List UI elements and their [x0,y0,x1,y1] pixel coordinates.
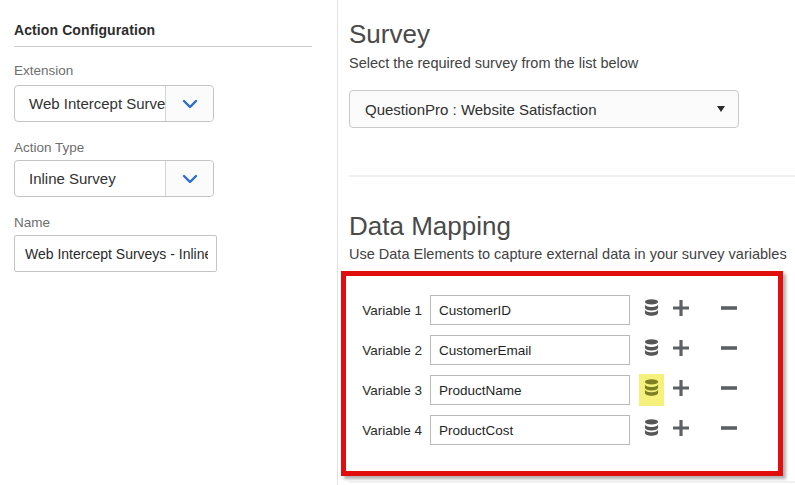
action-type-dropdown-value: Inline Survey [15,161,165,196]
select-caret-icon [717,106,725,112]
plus-icon [672,339,690,361]
database-icon [644,339,659,361]
survey-section-subtitle: Select the required survey from the list… [349,55,638,71]
add-variable-button[interactable] [672,421,690,439]
data-element-button[interactable] [639,294,664,326]
variable-label: Variable 2 [350,343,422,358]
name-input[interactable] [14,235,217,272]
remove-variable-button[interactable] [720,341,738,359]
variable-input[interactable] [430,335,630,365]
remove-variable-button[interactable] [720,301,738,319]
section-divider [349,175,795,177]
data-element-button[interactable] [639,334,664,366]
variable-input[interactable] [430,415,630,445]
extension-dropdown-button[interactable] [165,86,213,121]
data-element-button[interactable] [639,414,664,446]
action-type-dropdown[interactable]: Inline Survey [14,160,214,197]
plus-icon [672,379,690,401]
remove-variable-button[interactable] [720,381,738,399]
minus-icon [720,379,738,401]
variable-label: Variable 1 [350,303,422,318]
minus-icon [720,299,738,321]
action-type-label: Action Type [14,140,84,155]
chevron-down-icon [182,170,198,188]
data-mapping-title: Data Mapping [349,211,511,242]
add-variable-button[interactable] [672,381,690,399]
bottom-divider [349,481,795,483]
add-variable-button[interactable] [672,301,690,319]
variable-row: Variable 2 [350,335,775,365]
plus-icon [672,299,690,321]
panel-divider [337,0,338,485]
chevron-down-icon [182,95,198,113]
minus-icon [720,339,738,361]
variable-input[interactable] [430,375,630,405]
variable-row: Variable 1 [350,295,775,325]
minus-icon [720,419,738,441]
data-element-button-highlighted[interactable] [639,374,664,406]
database-icon [644,299,659,321]
remove-variable-button[interactable] [720,421,738,439]
variable-row: Variable 4 [350,415,775,445]
extension-dropdown[interactable]: Web Intercept Surveys [14,85,214,122]
database-icon [644,419,659,441]
survey-select[interactable]: QuestionPro : Website Satisfaction [349,90,739,128]
name-label: Name [14,215,50,230]
variable-label: Variable 4 [350,423,422,438]
sidebar-title-divider [14,46,312,47]
action-type-dropdown-button[interactable] [165,161,213,196]
extension-dropdown-value: Web Intercept Surveys [15,86,165,121]
data-mapping-subtitle: Use Data Elements to capture external da… [349,246,787,262]
variable-input[interactable] [430,295,630,325]
action-configuration-title: Action Configuration [14,22,155,38]
database-icon [644,379,659,401]
survey-select-value: QuestionPro : Website Satisfaction [350,101,717,118]
add-variable-button[interactable] [672,341,690,359]
survey-section-title: Survey [349,19,430,50]
variable-row: Variable 3 [350,375,775,405]
extension-label: Extension [14,63,73,78]
plus-icon [672,419,690,441]
variable-label: Variable 3 [350,383,422,398]
